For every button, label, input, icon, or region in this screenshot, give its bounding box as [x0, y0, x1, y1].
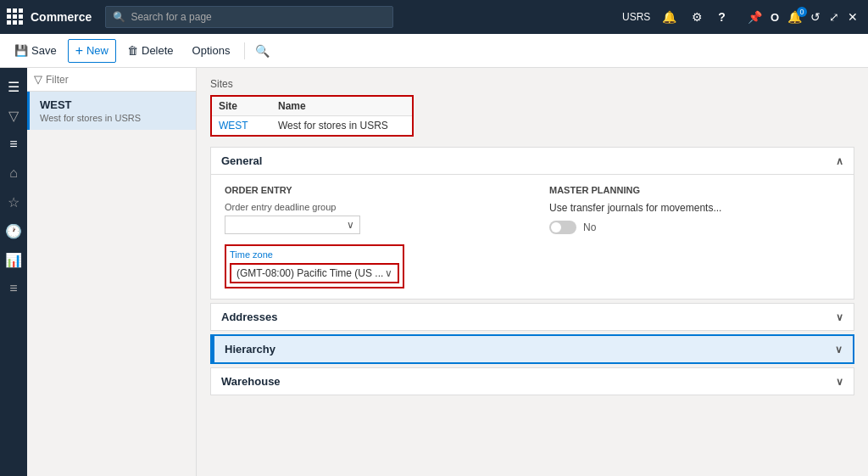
- o365-button[interactable]: O: [767, 9, 782, 25]
- deadline-group: Order entry deadline group ∨: [225, 202, 515, 234]
- plus-icon: +: [75, 43, 83, 59]
- toolbar-separator: [244, 42, 245, 59]
- warehouse-section-header[interactable]: Warehouse ∨: [211, 368, 854, 395]
- list-item-title: WEST: [40, 98, 186, 111]
- hierarchy-chevron-down-icon: ∨: [835, 344, 843, 356]
- timezone-value: (GMT-08:00) Pacific Time (US ...: [236, 267, 383, 279]
- save-button[interactable]: 💾 Save: [7, 40, 64, 61]
- app-title: Commerce: [31, 10, 92, 24]
- general-chevron-up-icon: ∧: [836, 155, 843, 167]
- save-icon: 💾: [14, 44, 28, 57]
- left-nav: ☰ ▽ ≡ ⌂ ☆ 🕐 📊 ≡: [0, 68, 27, 476]
- global-search[interactable]: 🔍 Search for a page: [105, 6, 393, 28]
- help-button[interactable]: ?: [715, 8, 729, 25]
- warehouse-section: Warehouse ∨: [210, 367, 854, 395]
- master-planning-col: MASTER PLANNING Use transfer journals fo…: [549, 185, 840, 288]
- transfer-journals-toggle[interactable]: [549, 221, 576, 234]
- refresh-button[interactable]: ↺: [807, 8, 824, 25]
- general-columns: ORDER ENTRY Order entry deadline group ∨…: [225, 185, 840, 288]
- hierarchy-section: Hierarchy ∨: [210, 334, 854, 364]
- toolbar-search-icon[interactable]: 🔍: [255, 44, 270, 58]
- deadline-chevron-icon: ∨: [347, 219, 354, 231]
- delete-label: Delete: [142, 44, 174, 57]
- addresses-section-header[interactable]: Addresses ∨: [211, 304, 854, 330]
- notifications-button[interactable]: 🔔: [659, 8, 680, 25]
- window-controls: 📌 O 🔔 0 ↺ ⤢ ✕: [744, 8, 861, 25]
- sites-table-header: Site Name: [212, 97, 412, 116]
- main-layout: ☰ ▽ ≡ ⌂ ☆ 🕐 📊 ≡ ▽ WEST West for stores i…: [0, 68, 868, 476]
- site-link[interactable]: WEST: [219, 120, 278, 132]
- addresses-section: Addresses ∨: [210, 303, 854, 331]
- new-button[interactable]: + New: [68, 39, 116, 63]
- toggle-label: No: [583, 221, 596, 233]
- nav-menu-icon[interactable]: ☰: [2, 75, 25, 98]
- timezone-dropdown[interactable]: (GMT-08:00) Pacific Time (US ... ∨: [230, 263, 399, 283]
- list-item-subtitle: West for stores in USRS: [40, 113, 186, 123]
- options-label: Options: [192, 44, 231, 57]
- toolbar: 💾 Save + New 🗑 Delete Options 🔍: [0, 34, 868, 68]
- list-item[interactable]: WEST West for stores in USRS: [27, 92, 196, 130]
- sites-table-row[interactable]: WEST West for stores in USRS: [212, 116, 412, 135]
- warehouse-chevron-down-icon: ∨: [836, 376, 843, 388]
- new-label: New: [86, 44, 108, 57]
- filter-bar: ▽: [27, 68, 196, 92]
- general-title: General: [221, 154, 262, 167]
- general-section-header[interactable]: General ∧: [211, 148, 854, 175]
- addresses-chevron-down-icon: ∨: [836, 311, 843, 323]
- pin-button[interactable]: 📌: [744, 8, 765, 25]
- sites-table: Site Name WEST West for stores in USRS: [210, 95, 414, 137]
- warehouse-title: Warehouse: [221, 375, 281, 388]
- timezone-chevron-icon: ∨: [385, 267, 392, 279]
- timezone-field-box: Time zone (GMT-08:00) Pacific Time (US .…: [225, 244, 404, 288]
- nav-list-icon[interactable]: ≡: [2, 132, 25, 156]
- bell-icon: 🔔: [662, 10, 676, 24]
- timezone-label: Time zone: [230, 249, 399, 260]
- delete-button[interactable]: 🗑 Delete: [120, 40, 181, 61]
- hierarchy-section-header[interactable]: Hierarchy ∨: [212, 336, 853, 362]
- toggle-row: No: [549, 221, 840, 234]
- username-label: USRS: [622, 11, 650, 23]
- close-button[interactable]: ✕: [844, 8, 861, 25]
- deadline-dropdown[interactable]: ∨: [225, 216, 360, 234]
- nav-clock-icon[interactable]: 🕐: [2, 219, 25, 243]
- top-nav: Commerce 🔍 Search for a page USRS 🔔 ⚙ ? …: [0, 0, 868, 34]
- col-name-header: Name: [278, 100, 405, 112]
- order-entry-col: ORDER ENTRY Order entry deadline group ∨…: [225, 185, 515, 288]
- nav-items-icon[interactable]: ≡: [2, 277, 25, 300]
- popout-button[interactable]: ⤢: [826, 8, 843, 25]
- delete-icon: 🗑: [127, 44, 138, 57]
- filter-input[interactable]: [46, 74, 189, 86]
- nav-chart-icon[interactable]: 📊: [2, 248, 25, 272]
- settings-button[interactable]: ⚙: [688, 8, 706, 25]
- options-button[interactable]: Options: [185, 40, 238, 61]
- col-site-header: Site: [219, 100, 278, 112]
- nav-home-icon[interactable]: ⌂: [2, 161, 25, 185]
- search-placeholder: Search for a page: [131, 11, 211, 23]
- master-planning-title: MASTER PLANNING: [549, 185, 840, 195]
- general-section: General ∧ ORDER ENTRY Order entry deadli…: [210, 147, 854, 300]
- sites-section: Sites Site Name WEST West for stores in …: [210, 78, 854, 137]
- addresses-title: Addresses: [221, 311, 277, 323]
- toggle-knob: [551, 222, 561, 232]
- nav-star-icon[interactable]: ☆: [2, 190, 25, 214]
- apps-icon[interactable]: [7, 8, 24, 25]
- general-section-body: ORDER ENTRY Order entry deadline group ∨…: [211, 175, 854, 299]
- filter-icon: ▽: [34, 73, 42, 86]
- main-content: Sites Site Name WEST West for stores in …: [197, 68, 868, 476]
- settings-icon: ⚙: [692, 10, 703, 24]
- help-icon: ?: [718, 10, 726, 24]
- top-nav-right: USRS 🔔 ⚙ ? 📌 O 🔔 0 ↺ ⤢ ✕: [622, 8, 861, 25]
- hierarchy-title: Hierarchy: [225, 343, 275, 356]
- master-planning-description: Use transfer journals for movements...: [549, 202, 840, 214]
- deadline-label: Order entry deadline group: [225, 202, 515, 212]
- sites-label: Sites: [210, 78, 854, 90]
- list-panel: ▽ WEST West for stores in USRS: [27, 68, 197, 476]
- search-icon: 🔍: [113, 11, 125, 23]
- order-entry-title: ORDER ENTRY: [225, 185, 515, 195]
- nav-filter-icon[interactable]: ▽: [2, 104, 25, 127]
- save-label: Save: [31, 44, 57, 57]
- site-name-value: West for stores in USRS: [278, 120, 405, 132]
